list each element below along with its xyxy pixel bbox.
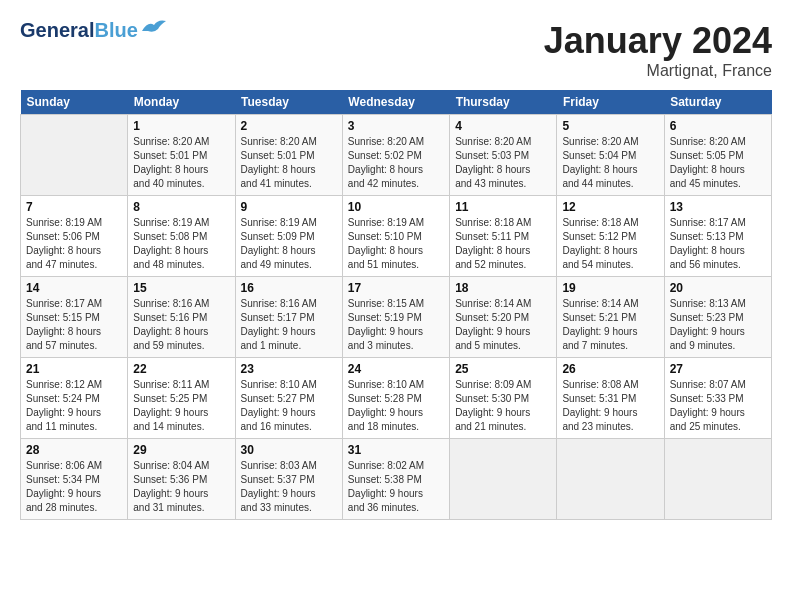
cell-info: Sunrise: 8:17 AM Sunset: 5:13 PM Dayligh… xyxy=(670,216,766,272)
cell-info: Sunrise: 8:15 AM Sunset: 5:19 PM Dayligh… xyxy=(348,297,444,353)
cell-info: Sunrise: 8:07 AM Sunset: 5:33 PM Dayligh… xyxy=(670,378,766,434)
cell-info: Sunrise: 8:20 AM Sunset: 5:01 PM Dayligh… xyxy=(133,135,229,191)
week-row-2: 7Sunrise: 8:19 AM Sunset: 5:06 PM Daylig… xyxy=(21,196,772,277)
day-header-wednesday: Wednesday xyxy=(342,90,449,115)
day-number: 15 xyxy=(133,281,229,295)
calendar-cell: 13Sunrise: 8:17 AM Sunset: 5:13 PM Dayli… xyxy=(664,196,771,277)
calendar-cell: 21Sunrise: 8:12 AM Sunset: 5:24 PM Dayli… xyxy=(21,358,128,439)
cell-info: Sunrise: 8:19 AM Sunset: 5:06 PM Dayligh… xyxy=(26,216,122,272)
cell-info: Sunrise: 8:17 AM Sunset: 5:15 PM Dayligh… xyxy=(26,297,122,353)
day-number: 4 xyxy=(455,119,551,133)
calendar-cell: 1Sunrise: 8:20 AM Sunset: 5:01 PM Daylig… xyxy=(128,115,235,196)
calendar-cell: 3Sunrise: 8:20 AM Sunset: 5:02 PM Daylig… xyxy=(342,115,449,196)
calendar-cell: 5Sunrise: 8:20 AM Sunset: 5:04 PM Daylig… xyxy=(557,115,664,196)
calendar-cell: 2Sunrise: 8:20 AM Sunset: 5:01 PM Daylig… xyxy=(235,115,342,196)
cell-info: Sunrise: 8:20 AM Sunset: 5:05 PM Dayligh… xyxy=(670,135,766,191)
day-number: 12 xyxy=(562,200,658,214)
day-number: 24 xyxy=(348,362,444,376)
day-number: 26 xyxy=(562,362,658,376)
cell-info: Sunrise: 8:10 AM Sunset: 5:27 PM Dayligh… xyxy=(241,378,337,434)
day-number: 22 xyxy=(133,362,229,376)
week-row-4: 21Sunrise: 8:12 AM Sunset: 5:24 PM Dayli… xyxy=(21,358,772,439)
calendar-cell: 28Sunrise: 8:06 AM Sunset: 5:34 PM Dayli… xyxy=(21,439,128,520)
day-number: 11 xyxy=(455,200,551,214)
logo-general: General xyxy=(20,19,94,41)
cell-info: Sunrise: 8:20 AM Sunset: 5:03 PM Dayligh… xyxy=(455,135,551,191)
calendar-cell: 9Sunrise: 8:19 AM Sunset: 5:09 PM Daylig… xyxy=(235,196,342,277)
day-number: 17 xyxy=(348,281,444,295)
day-number: 1 xyxy=(133,119,229,133)
calendar-cell: 7Sunrise: 8:19 AM Sunset: 5:06 PM Daylig… xyxy=(21,196,128,277)
calendar-cell: 19Sunrise: 8:14 AM Sunset: 5:21 PM Dayli… xyxy=(557,277,664,358)
calendar-cell: 17Sunrise: 8:15 AM Sunset: 5:19 PM Dayli… xyxy=(342,277,449,358)
cell-info: Sunrise: 8:18 AM Sunset: 5:12 PM Dayligh… xyxy=(562,216,658,272)
cell-info: Sunrise: 8:20 AM Sunset: 5:01 PM Dayligh… xyxy=(241,135,337,191)
cell-info: Sunrise: 8:16 AM Sunset: 5:16 PM Dayligh… xyxy=(133,297,229,353)
day-header-thursday: Thursday xyxy=(450,90,557,115)
cell-info: Sunrise: 8:10 AM Sunset: 5:28 PM Dayligh… xyxy=(348,378,444,434)
cell-info: Sunrise: 8:09 AM Sunset: 5:30 PM Dayligh… xyxy=(455,378,551,434)
calendar-cell: 25Sunrise: 8:09 AM Sunset: 5:30 PM Dayli… xyxy=(450,358,557,439)
calendar-cell: 16Sunrise: 8:16 AM Sunset: 5:17 PM Dayli… xyxy=(235,277,342,358)
day-header-monday: Monday xyxy=(128,90,235,115)
day-header-friday: Friday xyxy=(557,90,664,115)
calendar-cell: 8Sunrise: 8:19 AM Sunset: 5:08 PM Daylig… xyxy=(128,196,235,277)
day-number: 16 xyxy=(241,281,337,295)
calendar-cell: 11Sunrise: 8:18 AM Sunset: 5:11 PM Dayli… xyxy=(450,196,557,277)
calendar-cell: 24Sunrise: 8:10 AM Sunset: 5:28 PM Dayli… xyxy=(342,358,449,439)
calendar-cell: 29Sunrise: 8:04 AM Sunset: 5:36 PM Dayli… xyxy=(128,439,235,520)
day-number: 18 xyxy=(455,281,551,295)
cell-info: Sunrise: 8:19 AM Sunset: 5:08 PM Dayligh… xyxy=(133,216,229,272)
logo-blue: Blue xyxy=(94,19,137,41)
logo: GeneralBlue xyxy=(20,20,168,40)
calendar-cell xyxy=(21,115,128,196)
day-number: 23 xyxy=(241,362,337,376)
location: Martignat, France xyxy=(544,62,772,80)
calendar-cell: 22Sunrise: 8:11 AM Sunset: 5:25 PM Dayli… xyxy=(128,358,235,439)
day-number: 10 xyxy=(348,200,444,214)
day-header-sunday: Sunday xyxy=(21,90,128,115)
cell-info: Sunrise: 8:13 AM Sunset: 5:23 PM Dayligh… xyxy=(670,297,766,353)
day-header-saturday: Saturday xyxy=(664,90,771,115)
calendar-cell: 15Sunrise: 8:16 AM Sunset: 5:16 PM Dayli… xyxy=(128,277,235,358)
cell-info: Sunrise: 8:18 AM Sunset: 5:11 PM Dayligh… xyxy=(455,216,551,272)
calendar-cell: 20Sunrise: 8:13 AM Sunset: 5:23 PM Dayli… xyxy=(664,277,771,358)
day-number: 29 xyxy=(133,443,229,457)
header: GeneralBlue January 2024 Martignat, Fran… xyxy=(20,20,772,80)
calendar-cell: 23Sunrise: 8:10 AM Sunset: 5:27 PM Dayli… xyxy=(235,358,342,439)
header-row: SundayMondayTuesdayWednesdayThursdayFrid… xyxy=(21,90,772,115)
cell-info: Sunrise: 8:20 AM Sunset: 5:04 PM Dayligh… xyxy=(562,135,658,191)
cell-info: Sunrise: 8:19 AM Sunset: 5:10 PM Dayligh… xyxy=(348,216,444,272)
day-number: 21 xyxy=(26,362,122,376)
cell-info: Sunrise: 8:08 AM Sunset: 5:31 PM Dayligh… xyxy=(562,378,658,434)
day-header-tuesday: Tuesday xyxy=(235,90,342,115)
week-row-5: 28Sunrise: 8:06 AM Sunset: 5:34 PM Dayli… xyxy=(21,439,772,520)
calendar-cell: 26Sunrise: 8:08 AM Sunset: 5:31 PM Dayli… xyxy=(557,358,664,439)
day-number: 28 xyxy=(26,443,122,457)
calendar-cell xyxy=(450,439,557,520)
day-number: 20 xyxy=(670,281,766,295)
calendar-cell: 6Sunrise: 8:20 AM Sunset: 5:05 PM Daylig… xyxy=(664,115,771,196)
day-number: 27 xyxy=(670,362,766,376)
cell-info: Sunrise: 8:04 AM Sunset: 5:36 PM Dayligh… xyxy=(133,459,229,515)
cell-info: Sunrise: 8:12 AM Sunset: 5:24 PM Dayligh… xyxy=(26,378,122,434)
cell-info: Sunrise: 8:03 AM Sunset: 5:37 PM Dayligh… xyxy=(241,459,337,515)
calendar-cell: 14Sunrise: 8:17 AM Sunset: 5:15 PM Dayli… xyxy=(21,277,128,358)
title-block: January 2024 Martignat, France xyxy=(544,20,772,80)
calendar-cell: 12Sunrise: 8:18 AM Sunset: 5:12 PM Dayli… xyxy=(557,196,664,277)
cell-info: Sunrise: 8:14 AM Sunset: 5:21 PM Dayligh… xyxy=(562,297,658,353)
week-row-1: 1Sunrise: 8:20 AM Sunset: 5:01 PM Daylig… xyxy=(21,115,772,196)
day-number: 31 xyxy=(348,443,444,457)
day-number: 7 xyxy=(26,200,122,214)
calendar-cell: 31Sunrise: 8:02 AM Sunset: 5:38 PM Dayli… xyxy=(342,439,449,520)
cell-info: Sunrise: 8:20 AM Sunset: 5:02 PM Dayligh… xyxy=(348,135,444,191)
week-row-3: 14Sunrise: 8:17 AM Sunset: 5:15 PM Dayli… xyxy=(21,277,772,358)
logo-bird-icon xyxy=(140,17,168,37)
day-number: 2 xyxy=(241,119,337,133)
day-number: 25 xyxy=(455,362,551,376)
cell-info: Sunrise: 8:11 AM Sunset: 5:25 PM Dayligh… xyxy=(133,378,229,434)
calendar-cell xyxy=(664,439,771,520)
calendar-cell: 27Sunrise: 8:07 AM Sunset: 5:33 PM Dayli… xyxy=(664,358,771,439)
day-number: 13 xyxy=(670,200,766,214)
calendar-cell xyxy=(557,439,664,520)
